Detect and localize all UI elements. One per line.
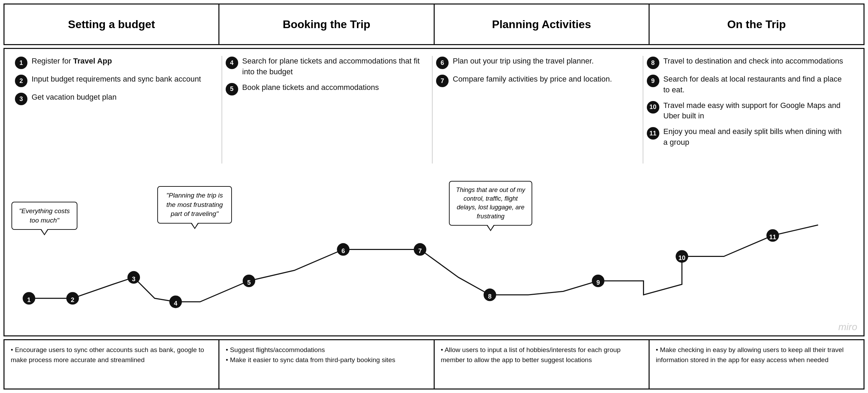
- bottom-list-1: Encourage users to sync other accounts s…: [11, 345, 212, 365]
- bottom-cell-3: Allow users to input a list of hobbies/i…: [435, 340, 650, 388]
- speech-bubble-3: Things that are out of my control, traff…: [449, 181, 532, 226]
- step-number-8: 8: [647, 57, 659, 69]
- header-label-planning: Planning Activities: [492, 18, 591, 31]
- svg-text:3: 3: [132, 276, 135, 283]
- step-1: 1 Register for Travel App: [15, 56, 215, 69]
- step-text-8: Travel to destination and check into acc…: [663, 56, 843, 67]
- step-text-2: Input budget requirements and sync bank …: [32, 74, 201, 85]
- step-number-6: 6: [436, 57, 449, 69]
- main-box: 1 Register for Travel App 2 Input budget…: [3, 48, 865, 336]
- step-text-10: Travel made easy with support for Google…: [663, 100, 846, 122]
- journey-svg: 1 2 3 4 5 6 7 8 9 10: [5, 167, 863, 335]
- svg-text:10: 10: [678, 254, 685, 261]
- svg-text:8: 8: [488, 293, 492, 300]
- bottom-row: Encourage users to sync other accounts s…: [3, 339, 865, 390]
- step-number-7: 7: [436, 75, 449, 87]
- bottom-list-3: Allow users to input a list of hobbies/i…: [441, 345, 642, 365]
- svg-text:7: 7: [418, 248, 422, 254]
- bubble-text-2: "Planning the trip is the most frustrati…: [166, 192, 223, 217]
- header-label-booking: Booking the Trip: [283, 18, 370, 31]
- step-7: 7 Compare family activities by price and…: [436, 74, 636, 87]
- step-5: 5 Book plane tickets and accommodations: [226, 82, 425, 95]
- step-3: 3 Get vacation budget plan: [15, 92, 215, 105]
- header-cell-ontrip: On the Trip: [650, 5, 863, 44]
- miro-watermark: miro: [838, 321, 857, 333]
- bottom-cell-1: Encourage users to sync other accounts s…: [5, 340, 219, 388]
- journey-area: 1 2 3 4 5 6 7 8 9 10: [5, 167, 863, 335]
- step-text-7: Compare family activities by price and l…: [453, 74, 612, 85]
- bottom-list-item: Make it easier to sync data from third-p…: [226, 355, 427, 365]
- svg-text:2: 2: [71, 296, 74, 303]
- svg-text:4: 4: [174, 300, 177, 307]
- step-number-10: 10: [647, 101, 659, 114]
- step-text-11: Enjoy you meal and easily split bills wh…: [663, 126, 846, 148]
- steps-column-1: 1 Register for Travel App 2 Input budget…: [15, 56, 222, 164]
- header-cell-planning: Planning Activities: [435, 5, 650, 44]
- step-text-5: Book plane tickets and accommodations: [242, 82, 379, 93]
- step-9: 9 Search for deals at local restaurants …: [647, 74, 846, 95]
- header-cell-budget: Setting a budget: [5, 5, 219, 44]
- step-number-11: 11: [647, 127, 659, 140]
- steps-column-3: 6 Plan out your trip using the travel pl…: [433, 56, 643, 164]
- bottom-list-item: Encourage users to sync other accounts s…: [11, 345, 212, 365]
- steps-column-2: 4 Search for plane tickets and accommoda…: [222, 56, 433, 164]
- step-number-5: 5: [226, 83, 238, 95]
- bubble-text-1: "Everything costs too much": [19, 207, 70, 224]
- bottom-list-item: Suggest flights/accommodations: [226, 345, 427, 355]
- svg-text:9: 9: [596, 279, 600, 286]
- header-label-budget: Setting a budget: [68, 18, 155, 31]
- header-label-ontrip: On the Trip: [727, 18, 786, 31]
- step-number-4: 4: [226, 57, 238, 69]
- step-number-2: 2: [15, 75, 27, 87]
- speech-bubble-2: "Planning the trip is the most frustrati…: [157, 186, 232, 224]
- bottom-cell-2: Suggest flights/accommodations Make it e…: [219, 340, 434, 388]
- step-10: 10 Travel made easy with support for Goo…: [647, 100, 846, 122]
- header-row: Setting a budget Booking the Trip Planni…: [3, 3, 865, 45]
- step-text-3: Get vacation budget plan: [32, 92, 117, 103]
- steps-row: 1 Register for Travel App 2 Input budget…: [5, 49, 863, 167]
- steps-column-4: 8 Travel to destination and check into a…: [643, 56, 853, 164]
- bottom-list-2: Suggest flights/accommodations Make it e…: [226, 345, 427, 365]
- step-8: 8 Travel to destination and check into a…: [647, 56, 846, 69]
- step-4: 4 Search for plane tickets and accommoda…: [226, 56, 425, 77]
- svg-text:11: 11: [769, 234, 776, 241]
- step-text-1: Register for Travel App: [32, 56, 112, 67]
- step-6: 6 Plan out your trip using the travel pl…: [436, 56, 636, 69]
- step-2: 2 Input budget requirements and sync ban…: [15, 74, 215, 87]
- bubble-text-3: Things that are out of my control, traff…: [456, 186, 525, 220]
- bottom-list-4: Make checking in easy by allowing users …: [656, 345, 857, 365]
- step-number-3: 3: [15, 93, 27, 105]
- step-11: 11 Enjoy you meal and easily split bills…: [647, 126, 846, 148]
- step-text-9: Search for deals at local restaurants an…: [663, 74, 846, 95]
- bottom-list-item: Make checking in easy by allowing users …: [656, 345, 857, 365]
- step-text-6: Plan out your trip using the travel plan…: [453, 56, 594, 67]
- svg-text:5: 5: [247, 279, 251, 286]
- header-cell-booking: Booking the Trip: [219, 5, 434, 44]
- page-container: Setting a budget Booking the Trip Planni…: [0, 0, 868, 393]
- svg-text:1: 1: [27, 296, 31, 303]
- step-number-1: 1: [15, 57, 27, 69]
- svg-text:6: 6: [341, 248, 345, 254]
- speech-bubble-1: "Everything costs too much": [11, 202, 77, 230]
- bottom-cell-4: Make checking in easy by allowing users …: [650, 340, 863, 388]
- bottom-list-item: Allow users to input a list of hobbies/i…: [441, 345, 642, 365]
- step-text-4: Search for plane tickets and accommodati…: [242, 56, 425, 77]
- step-number-9: 9: [647, 75, 659, 87]
